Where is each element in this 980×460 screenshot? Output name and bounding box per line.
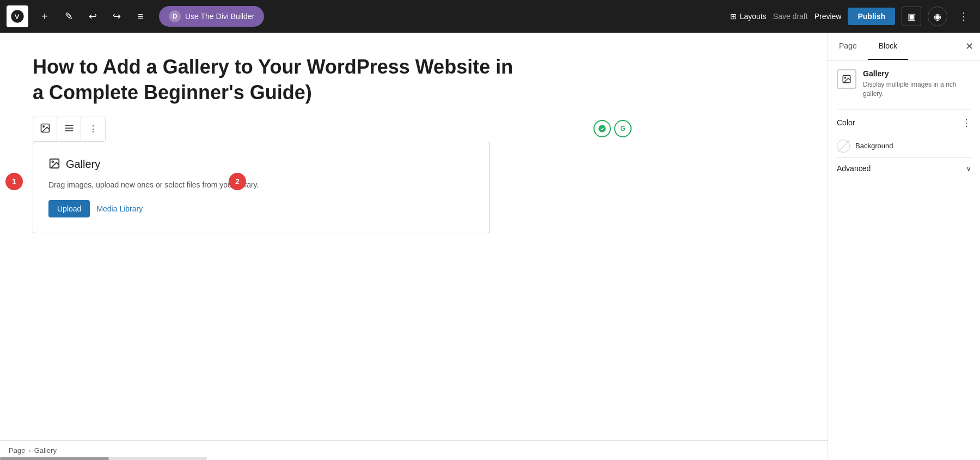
editor-area: How to Add a Gallery to Your WordPress W…	[0, 33, 828, 460]
breadcrumb-separator: ›	[28, 446, 30, 455]
divi-builder-button[interactable]: D Use The Divi Builder	[159, 6, 264, 27]
step-1-badge: 1	[5, 173, 23, 190]
gallery-top-icons: G	[593, 120, 632, 137]
tools-button[interactable]: ≡	[131, 7, 150, 26]
gallery-info-description: Display multiple images in a rich galler…	[863, 80, 971, 99]
green-icon-1	[593, 120, 611, 137]
sidebar-color-section: Color ⋮ Background	[837, 110, 971, 157]
plus-icon: +	[41, 10, 48, 23]
sidebar-header: Page Block ✕	[828, 33, 980, 60]
step-2-badge: 2	[229, 173, 246, 190]
gallery-block: Gallery Drag images, upload new ones or …	[33, 142, 490, 233]
toolbar-right: ⊞ Layouts Save draft Preview Publish ▣ ◉…	[730, 7, 973, 26]
top-toolbar: + ✎ ↩ ↪ ≡ D Use The Divi Builder ⊞ Layou…	[0, 0, 980, 33]
more-options-button[interactable]: ⋮	[954, 7, 973, 26]
tools-icon: ≡	[138, 11, 144, 22]
gallery-block-description: Drag images, upload new ones or select f…	[48, 180, 474, 189]
layouts-icon: ⊞	[730, 12, 737, 21]
block-toolbar: ⋮	[33, 117, 106, 142]
gallery-info: Gallery Display multiple images in a ric…	[837, 69, 971, 99]
green-icon-2: G	[614, 120, 632, 137]
block-align-button[interactable]	[57, 117, 81, 141]
divi-circle-icon: D	[169, 10, 181, 22]
post-title-line2: a Complete Beginner's Guide)	[33, 81, 312, 104]
advanced-section-title: Advanced	[837, 164, 871, 173]
edit-button[interactable]: ✎	[59, 7, 78, 26]
align-icon	[64, 123, 75, 136]
sidebar-toggle-icon: ▣	[908, 11, 916, 22]
more-icon: ⋮	[959, 10, 969, 22]
gallery-block-header: Gallery	[48, 158, 474, 172]
gallery-block-container: 1 2 Gallery Drag images, upload new ones	[33, 142, 795, 233]
undo-button[interactable]: ↩	[83, 7, 102, 26]
color-more-icon: ⋮	[961, 117, 971, 128]
right-sidebar: Page Block ✕ Gallery Display multiple	[828, 33, 980, 460]
svg-point-1	[42, 125, 44, 127]
bottom-scrollbar-thumb	[0, 457, 109, 460]
add-block-button[interactable]: +	[35, 7, 54, 26]
sidebar-toggle-button[interactable]: ▣	[902, 7, 921, 26]
block-more-icon: ⋮	[89, 124, 97, 134]
breadcrumb-gallery[interactable]: Gallery	[34, 446, 57, 455]
gallery-info-text: Gallery Display multiple images in a ric…	[863, 69, 971, 99]
gallery-block-icon	[48, 158, 60, 172]
gallery-info-title: Gallery	[863, 69, 971, 78]
user-icon: ◉	[934, 11, 941, 22]
block-more-button[interactable]: ⋮	[81, 117, 105, 141]
block-toolbar-row: ⋮ G	[33, 117, 795, 142]
user-avatar[interactable]: ◉	[928, 7, 947, 26]
pencil-icon: ✎	[65, 10, 73, 22]
svg-point-9	[844, 77, 846, 78]
gallery-actions: Upload Media Library	[48, 200, 474, 217]
bottom-scrollbar[interactable]	[0, 457, 207, 460]
post-title[interactable]: How to Add a Gallery to Your WordPress W…	[33, 55, 523, 106]
publish-button[interactable]: Publish	[848, 8, 895, 25]
layouts-label: Layouts	[740, 12, 767, 21]
divi-builder-label: Use The Divi Builder	[185, 12, 254, 21]
color-section-header[interactable]: Color ⋮	[837, 110, 971, 135]
block-image-button[interactable]	[33, 117, 57, 141]
breadcrumb-page[interactable]: Page	[9, 446, 25, 455]
upload-button[interactable]: Upload	[48, 200, 90, 217]
image-icon	[40, 123, 51, 136]
save-draft-button[interactable]: Save draft	[773, 12, 808, 21]
sidebar-content: Gallery Display multiple images in a ric…	[828, 60, 980, 460]
background-color-label: Background	[855, 142, 893, 150]
sidebar-advanced-section: Advanced ∨	[837, 157, 971, 179]
color-section-more-button[interactable]: ⋮	[961, 117, 971, 129]
wp-logo[interactable]	[7, 5, 28, 27]
redo-button[interactable]: ↪	[107, 7, 126, 26]
tab-block[interactable]: Block	[868, 33, 908, 60]
layouts-button[interactable]: ⊞ Layouts	[730, 12, 767, 21]
redo-icon: ↪	[113, 10, 121, 22]
media-library-button[interactable]: Media Library	[96, 204, 143, 213]
advanced-section-header[interactable]: Advanced ∨	[837, 157, 971, 179]
undo-icon: ↩	[89, 10, 97, 22]
background-color-swatch[interactable]	[837, 140, 850, 153]
preview-button[interactable]: Preview	[814, 12, 842, 21]
svg-point-5	[598, 125, 605, 132]
close-icon: ✕	[965, 40, 973, 52]
main-layout: How to Add a Gallery to Your WordPress W…	[0, 33, 980, 460]
sidebar-close-button[interactable]: ✕	[965, 40, 973, 52]
svg-point-7	[52, 161, 53, 162]
tab-page[interactable]: Page	[828, 33, 868, 60]
gallery-info-icon	[837, 69, 856, 89]
gallery-block-title: Gallery	[66, 158, 100, 171]
color-section-title: Color	[837, 118, 855, 127]
chevron-down-icon: ∨	[966, 164, 971, 173]
background-color-row: Background	[837, 135, 971, 157]
